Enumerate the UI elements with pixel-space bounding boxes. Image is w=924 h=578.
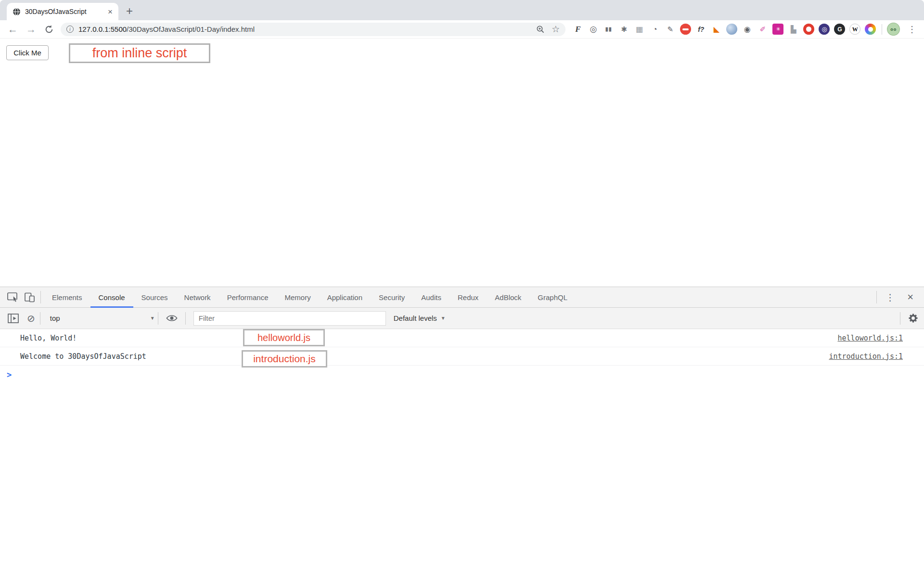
chrome-menu-icon[interactable]: ⋮ <box>906 24 918 35</box>
red-ring-extension-icon[interactable] <box>803 24 814 35</box>
cursive-f-extension-icon[interactable]: F <box>572 24 583 35</box>
page-viewport: Click Me from inline script <box>0 39 924 286</box>
devtools-close-icon[interactable]: × <box>900 292 917 302</box>
annotation-helloworld: helloworld.js <box>243 329 325 346</box>
purple-search-extension-icon[interactable]: ◎ <box>819 24 830 35</box>
toolbar-separator <box>158 312 158 325</box>
click-me-button[interactable]: Click Me <box>6 45 49 60</box>
devtools-separator <box>40 291 41 303</box>
tab-strip: 30DaysOfJavaScript × + <box>0 0 924 20</box>
new-tab-button[interactable]: + <box>126 5 133 17</box>
back-icon[interactable]: ← <box>8 24 18 34</box>
devtools-tab-memory[interactable]: Memory <box>277 287 319 308</box>
site-info-icon[interactable]: i <box>66 26 74 33</box>
stairs-extension-icon[interactable]: ▙ <box>788 24 799 35</box>
w-circle-extension-icon[interactable]: W <box>849 24 860 35</box>
source-link-introduction[interactable]: introduction.js:1 <box>829 352 903 361</box>
devtools-tab-graphql[interactable]: GraphQL <box>529 287 576 308</box>
devtools-menu-icon[interactable]: ⋮ <box>880 292 900 303</box>
log-levels-dropdown[interactable]: Default levels ▼ <box>394 314 446 322</box>
devtools-tab-redux[interactable]: Redux <box>449 287 487 308</box>
console-message-text: Welcome to 30DaysOfJavaScript <box>20 352 146 361</box>
devtools-tab-sources[interactable]: Sources <box>133 287 176 308</box>
profile-avatar[interactable]: oo <box>887 23 900 36</box>
console-log-area: Hello, World! helloworld.js:1 Welcome to… <box>0 329 924 380</box>
zoom-icon[interactable] <box>536 25 545 34</box>
toolbar-separator <box>900 312 900 325</box>
devtools-panel: Elements Console Sources Network Perform… <box>0 287 924 578</box>
magenta-square-extension-icon[interactable]: ✳ <box>772 24 783 35</box>
devtools-tab-network[interactable]: Network <box>176 287 219 308</box>
chevron-down-icon: ▼ <box>150 315 155 321</box>
chevron-down-icon: ▼ <box>441 315 446 321</box>
lens-extension-icon[interactable]: ◎ <box>588 24 599 35</box>
extensions-bar: F ◎ ▮▮ ✱ ▦ ◔ ✎ f? ◣ ◉ ✐ ✳ ▙ ◎ G W <box>572 24 876 35</box>
annotation-introduction: introduction.js <box>242 350 327 368</box>
devtools-tab-application[interactable]: Application <box>319 287 371 308</box>
source-link-helloworld[interactable]: helloworld.js:1 <box>838 334 903 342</box>
console-message-text: Hello, World! <box>20 334 77 342</box>
clock-extension-icon[interactable]: ◔ <box>649 24 660 35</box>
url-text: 127.0.0.1:5500/30DaysOfJavaScript/01-Day… <box>78 25 255 33</box>
g-circle-extension-icon[interactable]: G <box>834 24 845 35</box>
browser-tab[interactable]: 30DaysOfJavaScript × <box>7 3 118 20</box>
inline-script-banner: from inline script <box>69 43 210 63</box>
console-message-row: Hello, World! helloworld.js:1 <box>0 329 924 347</box>
clear-console-icon[interactable]: ⊘ <box>27 313 35 324</box>
settings-gear-icon[interactable] <box>908 313 918 323</box>
adblock-hand-extension-icon[interactable] <box>680 24 691 35</box>
chart-extension-icon[interactable]: ◣ <box>711 24 722 35</box>
device-toolbar-icon[interactable] <box>21 290 38 304</box>
javascript-context-dropdown[interactable]: top ▼ <box>43 314 155 322</box>
devtools-tab-elements[interactable]: Elements <box>44 287 90 308</box>
console-filter-input[interactable] <box>193 311 386 326</box>
console-message-row: Welcome to 30DaysOfJavaScript introducti… <box>0 347 924 366</box>
globe-favicon-icon <box>13 8 21 16</box>
toolbar-separator <box>40 312 40 325</box>
url-bar[interactable]: i 127.0.0.1:5500/30DaysOfJavaScript/01-D… <box>61 23 565 36</box>
devtools-tab-security[interactable]: Security <box>371 287 413 308</box>
blue-orb-extension-icon[interactable] <box>726 24 737 35</box>
grid-extension-icon[interactable]: ▦ <box>634 24 645 35</box>
reload-icon[interactable] <box>44 25 54 34</box>
bug-extension-icon[interactable]: ✱ <box>618 24 629 35</box>
camera-extension-icon[interactable]: ◉ <box>742 24 753 35</box>
toolbar-separator <box>185 312 186 325</box>
console-sidebar-toggle-icon[interactable] <box>5 311 21 326</box>
console-prompt-chevron-icon: > <box>7 370 12 380</box>
color-wheel-extension-icon[interactable] <box>865 24 876 35</box>
forward-icon[interactable]: → <box>26 24 36 34</box>
pause-extension-icon[interactable]: ▮▮ <box>603 24 614 35</box>
console-prompt-row[interactable]: > <box>0 366 924 380</box>
devtools-tab-bar: Elements Console Sources Network Perform… <box>0 287 924 308</box>
pink-pen-extension-icon[interactable]: ✐ <box>757 24 768 35</box>
devtools-tab-adblock[interactable]: AdBlock <box>487 287 529 308</box>
toolbar-separator <box>882 24 882 35</box>
nav-toolbar: ← → i 127.0.0.1:5500/30DaysOfJavaScript/… <box>0 20 924 39</box>
devtools-tab-console[interactable]: Console <box>90 287 133 308</box>
f-question-extension-icon[interactable]: f? <box>695 24 706 35</box>
bookmark-star-icon[interactable]: ☆ <box>552 25 560 34</box>
live-expression-eye-icon[interactable] <box>166 314 178 322</box>
inspect-element-icon[interactable] <box>5 290 21 304</box>
tab-title: 30DaysOfJavaScript <box>25 8 103 15</box>
eyedropper-extension-icon[interactable]: ✎ <box>665 24 676 35</box>
tab-close-icon[interactable]: × <box>108 8 113 16</box>
devtools-tab-audits[interactable]: Audits <box>413 287 449 308</box>
console-toolbar: ⊘ top ▼ Default levels ▼ <box>0 308 924 329</box>
devtools-separator <box>876 291 877 303</box>
devtools-tab-performance[interactable]: Performance <box>219 287 277 308</box>
